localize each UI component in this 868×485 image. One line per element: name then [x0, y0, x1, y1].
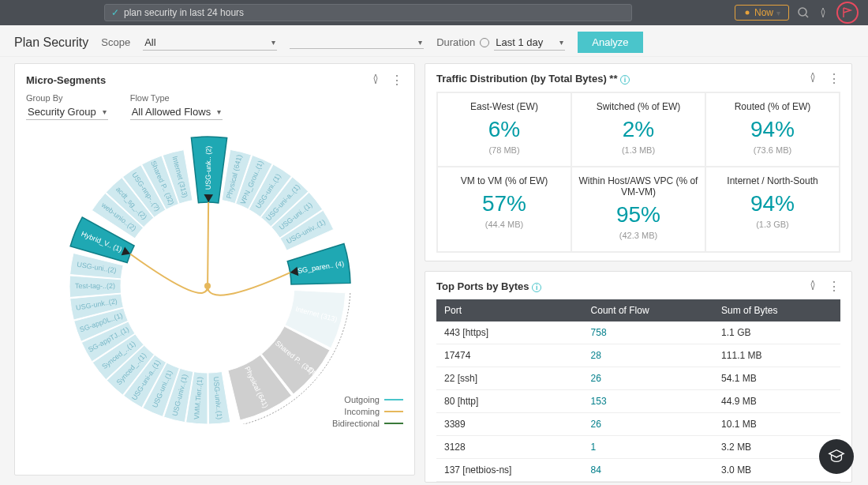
stat-sub: (44.4 MB): [443, 220, 566, 229]
pin-icon[interactable]: [817, 7, 829, 18]
cell-count[interactable]: 84: [583, 459, 714, 482]
stat-sub: (42.3 MB): [577, 231, 700, 240]
flag-icon: [841, 6, 854, 19]
stat-cell: Switched (% of EW) 2% (1.3 MB): [571, 92, 705, 167]
legend-incoming: Incoming: [344, 407, 380, 416]
stat-sub: (73.6 MB): [711, 145, 834, 155]
help-fab[interactable]: [819, 439, 854, 474]
groupby-select[interactable]: Security Group ▾: [26, 104, 108, 120]
chevron-down-icon: ▾: [776, 9, 780, 17]
clock-icon: [480, 38, 489, 47]
table-row[interactable]: 3389 26 10.1 MB: [436, 413, 840, 436]
cell-sum: 111.1 MB: [713, 344, 840, 367]
now-label: Now: [754, 7, 773, 18]
card-actions: ⋮: [370, 73, 403, 87]
cell-count[interactable]: 26: [583, 413, 714, 436]
search-text: plan security in last 24 hours: [124, 7, 244, 18]
more-icon[interactable]: ⋮: [391, 74, 403, 87]
sun-icon: [743, 9, 751, 17]
search-icon[interactable]: [797, 6, 810, 19]
flowtype-label: Flow Type: [130, 93, 223, 103]
info-icon[interactable]: i: [532, 283, 541, 292]
stat-label: Switched (% of EW): [577, 101, 700, 112]
stat-cell: Within Host/AWS VPC (% of VM-VM) 95% (42…: [571, 167, 705, 252]
search-bar[interactable]: ✓ plan security in last 24 hours: [104, 4, 632, 21]
cell-port: 3389: [436, 413, 583, 436]
stat-value: 95%: [577, 202, 700, 227]
legend-bidirectional: Bidirectional: [332, 419, 380, 428]
scope-select[interactable]: All ▾: [143, 35, 277, 51]
groupby-value: Security Group: [28, 106, 96, 118]
stat-cell: Internet / North-South 94% (1.3 GB): [705, 167, 840, 252]
duration-label: Duration: [436, 36, 475, 48]
chevron-down-icon: ▾: [103, 107, 107, 116]
col-count: Count of Flow: [583, 299, 714, 321]
brand-badge[interactable]: [836, 2, 859, 24]
cell-count[interactable]: 1: [583, 436, 714, 459]
stat-label: East-West (EW): [443, 101, 566, 112]
more-icon[interactable]: ⋮: [828, 280, 840, 293]
card-actions: ⋮: [807, 72, 840, 85]
cell-port: 22 [ssh]: [436, 367, 583, 390]
chevron-down-icon: ▾: [217, 107, 221, 116]
sunburst-chart[interactable]: VMM.Tier..(1)USG-univ..(1)USG-uni..(1)US…: [26, 128, 405, 428]
svg-point-1: [799, 8, 806, 16]
more-icon[interactable]: ⋮: [828, 73, 840, 85]
cell-sum: 54.1 MB: [713, 367, 840, 390]
cell-count[interactable]: 153: [583, 390, 714, 413]
stat-label: Routed (% of EW): [711, 101, 834, 112]
pin-icon[interactable]: [370, 73, 381, 87]
stat-cell: East-West (EW) 6% (78 MB): [437, 92, 571, 167]
card-title: Top Ports by Bytes i: [436, 280, 541, 292]
ports-table: Port Count of Flow Sum of Bytes 443 [htt…: [436, 299, 840, 482]
cell-port: 137 [netbios-ns]: [436, 459, 583, 482]
table-row[interactable]: 22 [ssh] 26 54.1 MB: [436, 367, 840, 390]
flowtype-select[interactable]: All Allowed Flows ▾: [130, 104, 223, 120]
stat-value: 2%: [577, 117, 700, 142]
pin-icon[interactable]: [807, 280, 818, 293]
micro-segments-card: Micro-Segments ⋮ Group By Security Group…: [14, 63, 415, 476]
chevron-down-icon: ▾: [559, 38, 563, 47]
now-button[interactable]: Now ▾: [735, 5, 789, 21]
scope-value: All: [144, 36, 155, 48]
chevron-down-icon: ▾: [271, 38, 275, 47]
cell-count[interactable]: 26: [583, 367, 714, 390]
scope-select-secondary[interactable]: ▾: [290, 36, 424, 49]
analyze-button[interactable]: Analyze: [578, 32, 642, 53]
stat-sub: (1.3 GB): [711, 220, 834, 229]
stat-label: Internet / North-South: [711, 175, 834, 186]
content: Micro-Segments ⋮ Group By Security Group…: [0, 57, 868, 485]
segment-controls: Group By Security Group ▾ Flow Type All …: [26, 93, 403, 120]
table-row[interactable]: 443 [https] 758 1.1 GB: [436, 321, 840, 344]
pin-icon[interactable]: [807, 72, 818, 85]
traffic-title-text: Traffic Distribution (by Total Bytes) **: [436, 73, 617, 85]
stat-value: 94%: [711, 191, 834, 216]
cell-count[interactable]: 758: [583, 321, 714, 344]
cell-count[interactable]: 28: [583, 344, 714, 367]
stat-value: 6%: [443, 117, 566, 142]
table-row[interactable]: 3128 1 3.2 MB: [436, 436, 840, 459]
table-row[interactable]: 137 [netbios-ns] 84 3.0 MB: [436, 459, 840, 482]
graduation-cap-icon: [828, 448, 845, 465]
groupby-control: Group By Security Group ▾: [26, 93, 108, 120]
svg-text:Test-tag-..(2): Test-tag-..(2): [75, 282, 115, 290]
cell-sum: 10.1 MB: [713, 413, 840, 436]
table-row[interactable]: 80 [http] 153 44.9 MB: [436, 390, 840, 413]
stat-cell: VM to VM (% of EW) 57% (44.4 MB): [437, 167, 571, 252]
stat-label: Within Host/AWS VPC (% of VM-VM): [577, 175, 700, 197]
stat-label: VM to VM (% of EW): [443, 175, 566, 186]
info-icon[interactable]: i: [620, 75, 630, 85]
right-column: Traffic Distribution (by Total Bytes) **…: [425, 63, 852, 483]
cell-sum: 1.1 GB: [713, 321, 840, 344]
duration-select[interactable]: Last 1 day ▾: [494, 35, 565, 51]
flowtype-control: Flow Type All Allowed Flows ▾: [130, 93, 223, 120]
cell-port: 17474: [436, 344, 583, 367]
stat-cell: Routed (% of EW) 94% (73.6 MB): [705, 92, 840, 167]
traffic-distribution-card: Traffic Distribution (by Total Bytes) **…: [425, 63, 852, 261]
subheader: Plan Security Scope All ▾ ▾ Duration Las…: [0, 25, 868, 57]
svg-point-33: [204, 283, 211, 289]
top-ports-card: Top Ports by Bytes i ⋮ Port Count of Flo…: [425, 271, 852, 483]
table-row[interactable]: 17474 28 111.1 MB: [436, 344, 840, 367]
stat-value: 57%: [443, 191, 566, 216]
cell-sum: 44.9 MB: [713, 390, 840, 413]
